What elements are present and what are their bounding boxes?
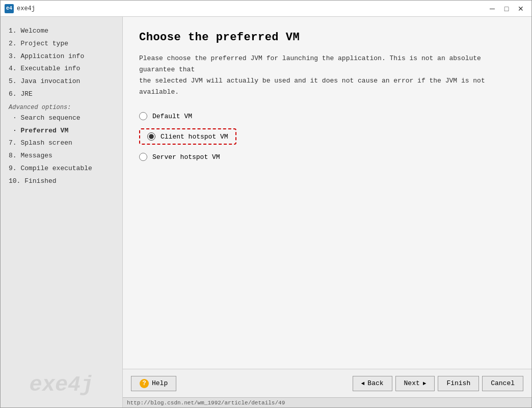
- radio-option-server-hotspot[interactable]: Server hotspot VM: [139, 153, 515, 161]
- finish-button[interactable]: Finish: [438, 376, 479, 391]
- cancel-button[interactable]: Cancel: [482, 376, 523, 391]
- back-button-label: Back: [367, 379, 383, 387]
- sidebar-item-preferred-vm[interactable]: · Preferred VM: [5, 125, 118, 138]
- minimize-button[interactable]: ─: [486, 3, 499, 14]
- sidebar-item-application-info[interactable]: 3. Application info: [5, 50, 118, 63]
- sidebar-item-splash-screen[interactable]: 7. Splash screen: [5, 137, 118, 150]
- description-line1: Please choose the preferred JVM for laun…: [139, 55, 481, 73]
- main-window: e4 exe4j ─ □ ✕ 1. Welcome 2. Project typ…: [0, 0, 532, 408]
- window-body: 1. Welcome 2. Project type 3. Applicatio…: [1, 17, 531, 407]
- next-arrow-icon: ►: [423, 380, 427, 387]
- title-bar: e4 exe4j ─ □ ✕: [1, 1, 531, 17]
- radio-client-hotspot[interactable]: [147, 132, 155, 141]
- close-button[interactable]: ✕: [514, 3, 527, 14]
- next-button-label: Next: [404, 379, 420, 387]
- radio-option-client-hotspot[interactable]: Client hotspot VM: [139, 128, 236, 145]
- sidebar-item-finished[interactable]: 10. Finished: [5, 175, 118, 188]
- back-arrow-icon: ◄: [361, 380, 365, 387]
- next-button[interactable]: Next ►: [395, 376, 435, 391]
- advanced-options-label: Advanced options:: [5, 101, 118, 112]
- sidebar-item-messages[interactable]: 8. Messages: [5, 150, 118, 162]
- radio-server-hotspot[interactable]: [139, 153, 147, 161]
- finish-button-label: Finish: [446, 379, 470, 387]
- description: Please choose the preferred JVM for laun…: [139, 53, 515, 98]
- bottom-right: ◄ Back Next ► Finish Cancel: [353, 376, 523, 391]
- title-bar-buttons: ─ □ ✕: [486, 3, 527, 14]
- watermark: exe4j: [29, 373, 93, 397]
- bottom-left: ? Help: [131, 376, 353, 391]
- sidebar: 1. Welcome 2. Project type 3. Applicatio…: [1, 17, 123, 407]
- description-line2: the selected JVM will actually be used a…: [139, 77, 485, 96]
- window-title: exe4j: [17, 5, 486, 12]
- sidebar-item-java-invocation[interactable]: 5. Java invocation: [5, 75, 118, 88]
- status-bar: http://blog.csdn.net/wm_1992/article/det…: [123, 397, 531, 407]
- radio-default-vm[interactable]: [139, 112, 147, 120]
- cancel-button-label: Cancel: [491, 379, 515, 387]
- radio-label-server-hotspot: Server hotspot VM: [152, 153, 220, 161]
- back-button[interactable]: ◄ Back: [353, 376, 392, 391]
- help-button[interactable]: ? Help: [131, 376, 176, 391]
- radio-option-default-vm[interactable]: Default VM: [139, 112, 515, 120]
- main-content: Choose the preferred VM Please choose th…: [123, 17, 531, 407]
- sidebar-item-executable-info[interactable]: 4. Executable info: [5, 63, 118, 75]
- page-title: Choose the preferred VM: [139, 31, 515, 44]
- sidebar-item-search-sequence[interactable]: · Search sequence: [5, 112, 118, 125]
- app-icon: e4: [5, 4, 14, 13]
- sidebar-item-jre[interactable]: 6. JRE: [5, 88, 118, 101]
- sidebar-item-welcome[interactable]: 1. Welcome: [5, 25, 118, 38]
- sidebar-item-compile-executable[interactable]: 9. Compile executable: [5, 162, 118, 175]
- maximize-button[interactable]: □: [500, 3, 513, 14]
- bottom-bar: ? Help ◄ Back Next ► Finish: [123, 369, 531, 397]
- status-text: http://blog.csdn.net/wm_1992/article/det…: [127, 400, 285, 406]
- vm-radio-group: Default VM Client hotspot VM Server hots…: [139, 112, 515, 161]
- sidebar-item-project-type[interactable]: 2. Project type: [5, 38, 118, 50]
- radio-label-client-hotspot: Client hotspot VM: [161, 133, 228, 141]
- help-icon: ?: [140, 379, 149, 388]
- radio-label-default-vm: Default VM: [152, 113, 192, 120]
- help-button-label: Help: [152, 379, 168, 387]
- content-area: Choose the preferred VM Please choose th…: [123, 17, 531, 369]
